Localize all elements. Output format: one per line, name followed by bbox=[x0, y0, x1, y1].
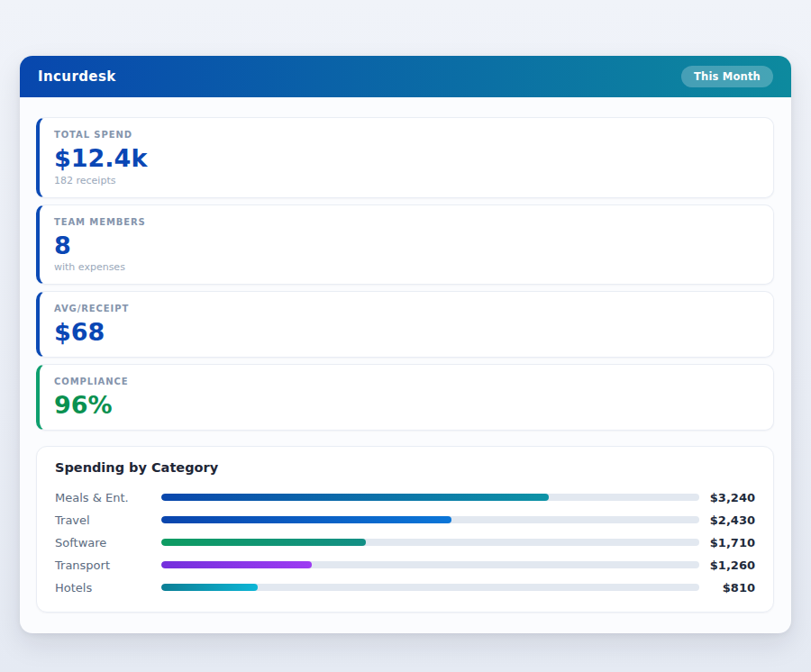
chart-row-meals: Meals & Ent. $3,240 bbox=[55, 486, 755, 509]
bar-fill-software bbox=[161, 539, 366, 546]
spending-by-category-chart: Spending by Category Meals & Ent. $3,240… bbox=[36, 446, 774, 613]
bar-track bbox=[161, 561, 699, 568]
category-value: $810 bbox=[699, 581, 755, 595]
bar-fill-meals bbox=[161, 494, 549, 501]
chart-row-travel: Travel $2,430 bbox=[55, 509, 755, 531]
stat-value: 96% bbox=[54, 392, 759, 419]
period-badge[interactable]: This Month bbox=[681, 66, 773, 87]
stat-card-compliance: COMPLIANCE 96% bbox=[36, 364, 774, 431]
dashboard-content: TOTAL SPEND $12.4k 182 receipts TEAM MEM… bbox=[20, 97, 791, 633]
stat-value: $68 bbox=[54, 319, 759, 346]
category-value: $1,710 bbox=[699, 536, 755, 549]
category-label: Software bbox=[55, 536, 161, 549]
category-value: $1,260 bbox=[699, 558, 755, 572]
stat-card-avg-receipt: AVG/RECEIPT $68 bbox=[36, 291, 774, 358]
chart-row-software: Software $1,710 bbox=[55, 531, 755, 554]
stat-subtitle: with expenses bbox=[54, 261, 759, 273]
bar-fill-transport bbox=[161, 561, 312, 568]
category-label: Hotels bbox=[55, 581, 161, 595]
category-value: $2,430 bbox=[699, 513, 755, 527]
stat-value: $12.4k bbox=[54, 145, 759, 172]
bar-track bbox=[161, 539, 699, 546]
app-title: Incurdesk bbox=[38, 68, 116, 85]
category-label: Transport bbox=[55, 558, 161, 572]
stat-value: 8 bbox=[54, 232, 759, 259]
app-header: Incurdesk This Month bbox=[20, 56, 791, 97]
stat-card-total-spend: TOTAL SPEND $12.4k 182 receipts bbox=[36, 117, 774, 198]
bar-track bbox=[161, 584, 699, 591]
app-window: Incurdesk This Month TOTAL SPEND $12.4k … bbox=[20, 56, 791, 633]
stat-card-team-members: TEAM MEMBERS 8 with expenses bbox=[36, 204, 774, 286]
bar-fill-hotels bbox=[161, 584, 258, 591]
stat-label: COMPLIANCE bbox=[54, 377, 759, 386]
bar-track bbox=[161, 516, 699, 523]
bar-track bbox=[161, 494, 699, 501]
chart-row-hotels: Hotels $810 bbox=[55, 577, 755, 599]
bar-fill-travel bbox=[161, 516, 451, 523]
stat-label: AVG/RECEIPT bbox=[54, 304, 759, 313]
category-label: Travel bbox=[55, 513, 161, 527]
chart-title: Spending by Category bbox=[55, 460, 755, 475]
stat-label: TEAM MEMBERS bbox=[54, 217, 759, 227]
category-label: Meals & Ent. bbox=[55, 491, 161, 504]
stat-subtitle: 182 receipts bbox=[54, 175, 759, 186]
stat-label: TOTAL SPEND bbox=[54, 130, 759, 140]
chart-row-transport: Transport $1,260 bbox=[55, 554, 755, 577]
category-value: $3,240 bbox=[699, 491, 755, 504]
